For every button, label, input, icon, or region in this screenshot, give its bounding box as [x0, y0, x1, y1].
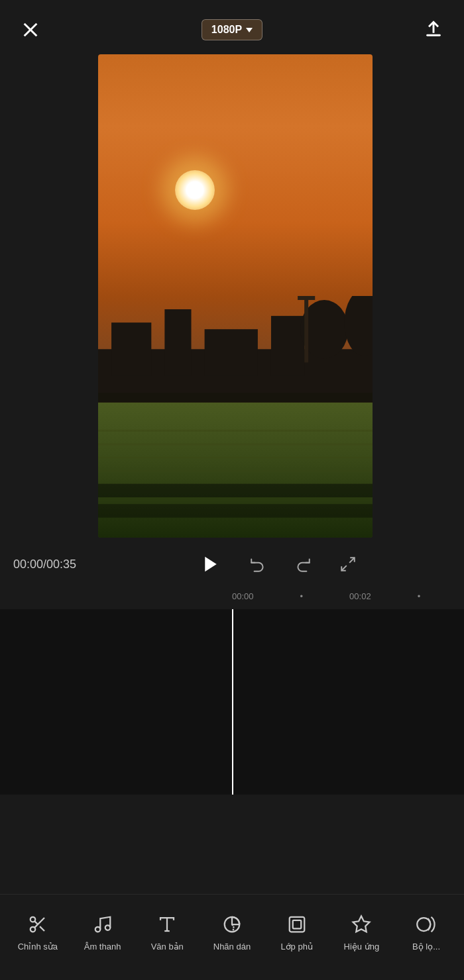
- ground-layer: [98, 403, 373, 538]
- svg-rect-17: [98, 429, 373, 431]
- playhead: [232, 609, 233, 795]
- toolbar-item-van-ban[interactable]: Văn bản: [144, 912, 190, 952]
- redo-button[interactable]: [291, 552, 315, 576]
- chinh-sua-label: Chỉnh sửa: [18, 942, 58, 952]
- nhan-dan-label: Nhãn dán: [213, 942, 251, 952]
- filter-icon: [414, 912, 438, 936]
- ruler-mark-0: 00:00 • 00:02 •: [232, 591, 420, 601]
- svg-rect-6: [271, 316, 304, 375]
- svg-rect-3: [111, 322, 151, 375]
- timeline-area[interactable]: Bật âmthanh clip Ảnh bìa: [0, 609, 464, 795]
- sticker-icon: [220, 912, 244, 936]
- music-note-icon: [91, 912, 115, 936]
- video-preview: [98, 54, 373, 538]
- toolbar-item-am-thanh[interactable]: Âm thanh: [80, 912, 126, 952]
- play-button[interactable]: [197, 550, 225, 578]
- toolbar-item-bo-loc[interactable]: Bộ lọ...: [403, 912, 449, 952]
- lop-phu-label: Lớp phủ: [280, 942, 313, 952]
- chevron-down-icon: [246, 28, 253, 32]
- export-button[interactable]: [419, 15, 448, 44]
- svg-line-24: [349, 558, 355, 563]
- am-thanh-label: Âm thanh: [84, 942, 121, 952]
- resolution-label: 1080P: [211, 24, 242, 36]
- svg-point-32: [30, 927, 36, 932]
- svg-point-36: [95, 927, 100, 932]
- svg-rect-41: [289, 917, 304, 932]
- playback-controls: 00:00/00:35: [0, 543, 464, 585]
- effects-icon: [349, 912, 373, 936]
- svg-line-35: [34, 921, 38, 924]
- svg-line-34: [40, 926, 44, 931]
- toolbar-item-lop-phu[interactable]: Lớp phủ: [274, 912, 320, 952]
- time-display: 00:00/00:35: [13, 558, 106, 571]
- bottom-toolbar: Chỉnh sửa Âm thanh Văn bản: [0, 894, 464, 980]
- svg-rect-42: [292, 920, 301, 929]
- text-icon: [155, 912, 179, 936]
- van-ban-label: Văn bản: [151, 942, 184, 952]
- svg-marker-23: [205, 557, 217, 572]
- svg-point-8: [344, 296, 373, 356]
- timeline-ruler: 00:00 • 00:02 •: [0, 585, 464, 607]
- sun-element: [175, 170, 215, 210]
- resolution-selector[interactable]: 1080P: [202, 19, 262, 40]
- svg-rect-18: [98, 443, 373, 445]
- svg-rect-16: [298, 296, 315, 300]
- overlay-icon: [285, 912, 309, 936]
- top-bar: 1080P: [0, 0, 464, 60]
- svg-point-31: [30, 917, 36, 922]
- svg-rect-21: [98, 483, 373, 497]
- toolbar-item-hieu-ung[interactable]: Hiệu ứng: [338, 912, 384, 952]
- bo-loc-label: Bộ lọ...: [412, 942, 440, 952]
- svg-line-25: [341, 565, 347, 571]
- svg-rect-4: [164, 309, 191, 375]
- undo-button[interactable]: [246, 552, 270, 576]
- close-button[interactable]: [16, 15, 45, 44]
- scissors-icon: [26, 912, 50, 936]
- video-canvas: [98, 54, 373, 538]
- svg-marker-43: [353, 916, 370, 932]
- svg-rect-5: [205, 329, 258, 375]
- playback-icons: [106, 550, 451, 578]
- svg-rect-15: [304, 296, 308, 362]
- toolbar-item-nhan-dan[interactable]: Nhãn dán: [209, 912, 255, 952]
- svg-rect-19: [98, 456, 373, 458]
- fullscreen-button[interactable]: [336, 552, 360, 576]
- silhouette-layer: [98, 296, 373, 403]
- svg-point-37: [105, 925, 110, 930]
- svg-rect-20: [98, 470, 373, 471]
- toolbar-item-chinh-sua[interactable]: Chỉnh sửa: [15, 912, 61, 952]
- svg-rect-22: [98, 504, 373, 517]
- hieu-ung-label: Hiệu ứng: [344, 942, 380, 952]
